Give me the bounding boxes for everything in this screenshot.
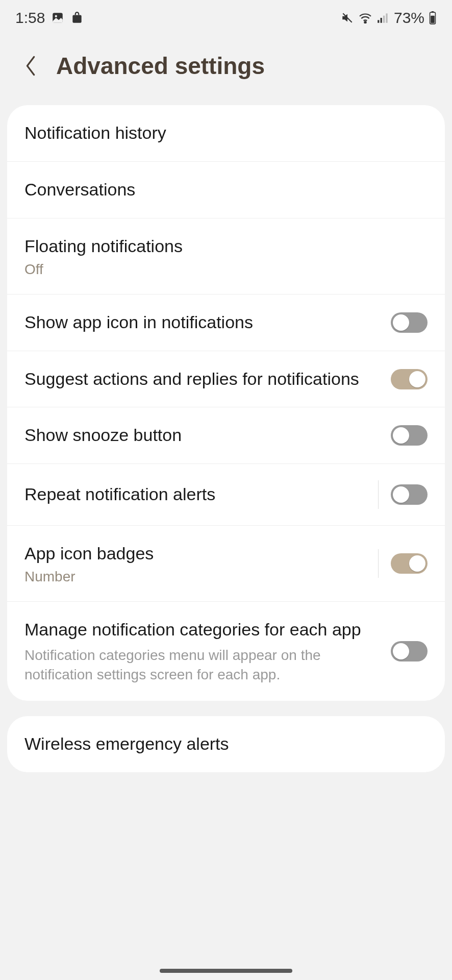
app-icon-badges-label: App icon badges [24,542,368,566]
back-button[interactable] [20,56,41,76]
status-battery-text: 73% [394,9,424,27]
status-time: 1:58 [15,9,45,27]
row-app-icon-badges[interactable]: App icon badges Number [7,526,445,602]
manage-categories-toggle[interactable] [391,641,428,662]
suggest-actions-toggle[interactable] [391,369,428,389]
show-snooze-toggle[interactable] [391,425,428,446]
image-icon [51,11,64,24]
chevron-left-icon [23,55,38,77]
floating-notifications-label: Floating notifications [24,235,417,258]
app-icon-badges-toggle[interactable] [391,553,428,574]
svg-rect-10 [431,16,435,23]
app-icon-badges-sub: Number [24,569,368,585]
mute-vibrate-icon [341,11,354,24]
row-show-snooze[interactable]: Show snooze button [7,407,445,464]
settings-card-emergency: Wireless emergency alerts [7,716,445,772]
divider [378,549,379,578]
row-repeat-alerts[interactable]: Repeat notification alerts [7,464,445,526]
row-notification-history[interactable]: Notification history [7,105,445,162]
page-title: Advanced settings [56,52,265,80]
svg-rect-7 [386,13,387,22]
show-app-icon-label: Show app icon in notifications [24,311,381,334]
signal-icon [376,12,390,23]
svg-rect-6 [383,16,385,23]
svg-rect-5 [381,18,382,23]
repeat-alerts-toggle[interactable] [391,484,428,505]
wireless-emergency-label: Wireless emergency alerts [24,732,417,756]
svg-point-3 [364,21,366,23]
row-wireless-emergency[interactable]: Wireless emergency alerts [7,716,445,772]
navigation-handle[interactable] [160,969,292,973]
status-left: 1:58 [15,9,84,27]
suggest-actions-label: Suggest actions and replies for notifica… [24,368,381,391]
repeat-alerts-label: Repeat notification alerts [24,483,368,506]
floating-notifications-sub: Off [24,261,417,278]
manage-categories-desc: Notification categories menu will appear… [24,646,381,684]
svg-rect-4 [378,20,379,22]
battery-icon [429,11,437,24]
divider [378,480,379,509]
status-right: 73% [341,9,437,27]
row-conversations[interactable]: Conversations [7,162,445,218]
row-show-app-icon[interactable]: Show app icon in notifications [7,295,445,351]
settings-card-main: Notification history Conversations Float… [7,105,445,701]
row-manage-categories[interactable]: Manage notification categories for each … [7,602,445,700]
manage-categories-label: Manage notification categories for each … [24,618,381,642]
row-floating-notifications[interactable]: Floating notifications Off [7,218,445,295]
svg-point-1 [55,15,57,17]
row-suggest-actions[interactable]: Suggest actions and replies for notifica… [7,351,445,408]
bag-icon [70,11,84,24]
page-header: Advanced settings [0,32,452,105]
show-snooze-label: Show snooze button [24,424,381,447]
notification-history-label: Notification history [24,121,417,145]
status-bar: 1:58 73% [0,0,452,32]
wifi-icon [358,12,372,23]
show-app-icon-toggle[interactable] [391,312,428,333]
conversations-label: Conversations [24,178,417,202]
